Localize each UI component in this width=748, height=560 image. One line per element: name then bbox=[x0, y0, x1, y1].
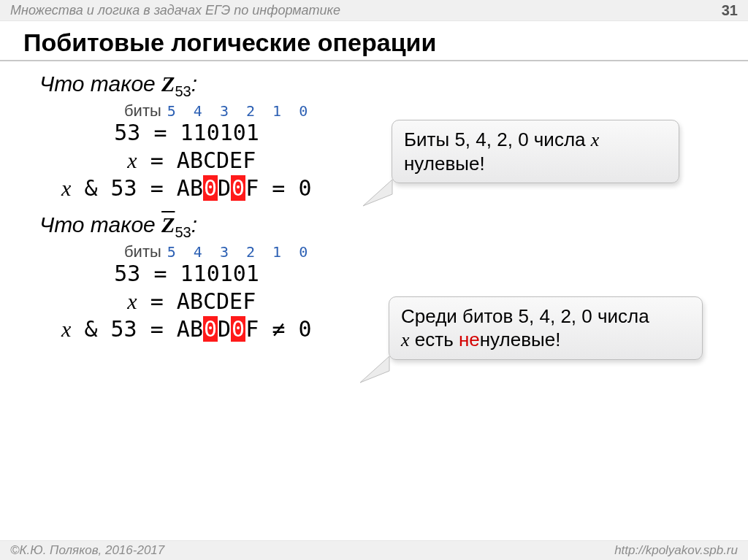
r2-eq: = bbox=[137, 147, 164, 173]
r3-eq: = bbox=[150, 175, 164, 201]
bits-header-2: биты5 4 3 2 1 0 bbox=[124, 242, 725, 261]
c2-x: x bbox=[401, 329, 410, 350]
page-number: 31 bbox=[722, 2, 738, 19]
c2-l2b: нулевые! bbox=[480, 329, 561, 350]
bits-header-1: биты5 4 3 2 1 0 bbox=[124, 101, 725, 120]
topbar: Множества и логика в задачах ЕГЭ по инфо… bbox=[0, 0, 748, 21]
c2r2-eq: = bbox=[137, 288, 164, 314]
c1-l1a: Биты 5, 4, 2, 0 числа bbox=[404, 129, 591, 150]
svg-marker-1 bbox=[360, 356, 389, 383]
copyright: ©К.Ю. Поляков, 2016-2017 bbox=[10, 543, 164, 558]
c1-x: x bbox=[591, 129, 600, 150]
z-bar-symbol: Z bbox=[161, 212, 175, 237]
callout-nonzero-bits: Среди битов 5, 4, 2, 0 числа x есть нену… bbox=[389, 296, 703, 360]
c2-l1: Среди битов 5, 4, 2, 0 числа bbox=[401, 305, 649, 327]
r3-d: D bbox=[218, 175, 231, 201]
r3-f: F bbox=[245, 175, 259, 201]
r3-hl-0b: 0 bbox=[231, 175, 245, 201]
slide-body: Что такое Z53: биты5 4 3 2 1 0 53 = 1101… bbox=[0, 61, 748, 343]
r3-x: x bbox=[61, 176, 71, 200]
question2-prefix: Что такое bbox=[39, 212, 161, 237]
r1-lhs: 53 bbox=[61, 120, 153, 145]
c2r3-f: F bbox=[245, 316, 259, 342]
svg-marker-0 bbox=[363, 180, 392, 206]
c2r3-d: D bbox=[218, 316, 231, 342]
bits-numbers: 5 4 3 2 1 0 bbox=[167, 102, 312, 120]
slide-title: Побитовые логические операции bbox=[0, 21, 748, 61]
r1-eq: = bbox=[153, 120, 167, 145]
c2r3-hl-0b: 0 bbox=[231, 316, 245, 342]
c2-l2a: есть bbox=[410, 329, 459, 350]
callout-zero-bits: Биты 5, 4, 2, 0 числа x нулевые! bbox=[392, 120, 679, 183]
slide: Множества и логика в задачах ЕГЭ по инфо… bbox=[0, 0, 748, 560]
r2-rhs: ABCDEF bbox=[164, 147, 256, 173]
r3-hl-0a: 0 bbox=[203, 175, 218, 201]
question-z53: Что такое Z53: bbox=[39, 72, 725, 100]
c2r3-hl-0a: 0 bbox=[203, 316, 218, 342]
r3-ab: AB bbox=[164, 175, 203, 201]
z-bar-subscript: 53 bbox=[175, 224, 191, 240]
callout-tail-icon bbox=[359, 171, 402, 207]
question-zbar53: Что такое Z53: bbox=[39, 212, 725, 241]
c2r2-x: x bbox=[127, 289, 137, 313]
c2r3-amp: & 53 bbox=[71, 316, 150, 342]
r2-x: x bbox=[127, 148, 137, 172]
footer: ©К.Ю. Поляков, 2016-2017 http://kpolyako… bbox=[0, 540, 748, 560]
bits-numbers-2: 5 4 3 2 1 0 bbox=[167, 243, 312, 261]
bits-label: биты bbox=[124, 101, 161, 120]
c2r3-eq: = bbox=[150, 316, 164, 342]
calc2-row1: 53 = 110101 bbox=[61, 260, 725, 288]
colon: : bbox=[191, 72, 197, 96]
subject-line: Множества и логика в задачах ЕГЭ по инфо… bbox=[10, 3, 340, 18]
c2r3-x: x bbox=[61, 317, 71, 341]
c2-red: не bbox=[459, 329, 480, 350]
colon2: : bbox=[191, 212, 197, 237]
question-prefix: Что такое bbox=[39, 72, 161, 96]
r3-amp: & 53 bbox=[71, 175, 150, 201]
site-url: http://kpolyakov.spb.ru bbox=[614, 543, 738, 558]
c2r1-lhs: 53 bbox=[61, 261, 153, 286]
callout-tail-icon-2 bbox=[356, 348, 400, 384]
z-symbol: Z bbox=[161, 72, 175, 96]
r1-rhs: 110101 bbox=[167, 120, 259, 145]
c2r1-rhs: 110101 bbox=[167, 261, 259, 286]
c1-l2: нулевые! bbox=[404, 153, 485, 174]
c2r1-eq: = bbox=[153, 261, 167, 286]
z-subscript: 53 bbox=[175, 83, 191, 99]
c2r2-rhs: ABCDEF bbox=[164, 288, 256, 314]
r3-tail: = 0 bbox=[259, 175, 311, 201]
bits-label-2: биты bbox=[124, 242, 161, 261]
c2r3-ab: AB bbox=[164, 316, 203, 342]
c2r3-tail: ≠ 0 bbox=[259, 316, 311, 342]
